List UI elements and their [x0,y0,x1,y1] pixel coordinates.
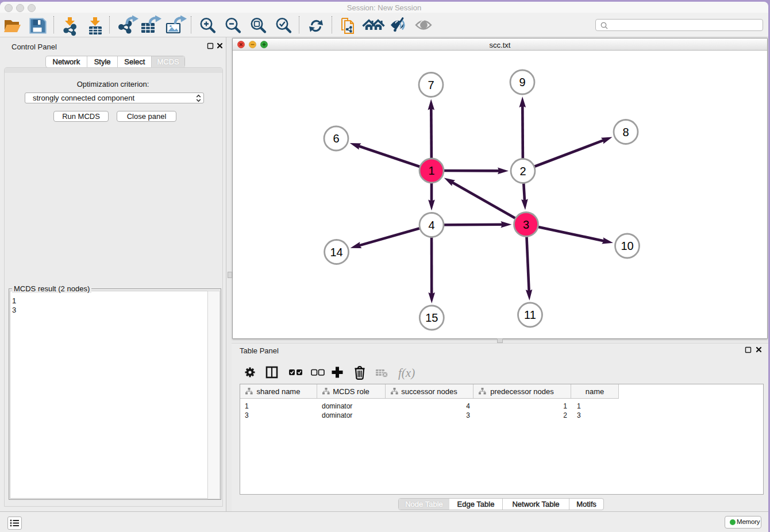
svg-text:8: 8 [622,126,629,138]
svg-text:6: 6 [333,132,339,145]
svg-text:14: 14 [330,246,342,259]
svg-text:2: 2 [519,165,526,178]
svg-text:15: 15 [425,311,438,324]
svg-text:f(x): f(x) [398,366,415,380]
svg-text:11: 11 [524,309,536,321]
svg-text:3: 3 [523,218,529,231]
svg-text:10: 10 [621,240,633,252]
svg-text:7: 7 [428,79,434,91]
svg-text:9: 9 [519,76,525,88]
svg-text:4: 4 [428,219,434,232]
svg-text:1: 1 [428,164,434,177]
